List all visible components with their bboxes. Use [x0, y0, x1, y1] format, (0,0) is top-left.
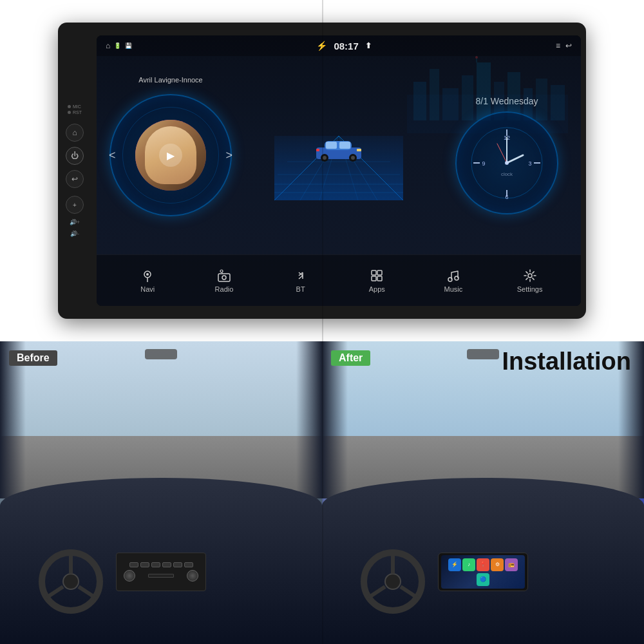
center-console-after: ⚡ ♪ 📍 ⚙ 📻 🔵 [438, 553, 528, 611]
svg-rect-56 [377, 270, 382, 275]
status-right: ≡ ↩ [556, 41, 572, 50]
bt-icon [294, 269, 308, 283]
radio-btn-4 [162, 562, 171, 567]
music-icon [446, 269, 460, 283]
svg-rect-57 [372, 276, 376, 281]
vol-up-button[interactable]: + [66, 196, 84, 214]
svg-text:6: 6 [505, 194, 508, 200]
mic-label: MIC [68, 104, 81, 109]
svg-rect-26 [326, 142, 337, 149]
svg-rect-33 [316, 149, 319, 151]
svg-point-46 [505, 161, 509, 165]
steering-wheel-after [361, 549, 425, 614]
nav-item-radio[interactable]: Radio [202, 269, 247, 293]
mini-app-6: 🔵 [477, 573, 489, 586]
bt-label: BT [296, 285, 305, 293]
vol-label: 🔊+ [70, 219, 80, 225]
svg-rect-55 [372, 270, 376, 275]
apps-icon [370, 269, 384, 283]
after-bg: ⚡ ♪ 📍 ⚙ 📻 🔵 [322, 341, 644, 644]
nav-item-settings[interactable]: Settings [507, 269, 553, 293]
dashboard-after: ⚡ ♪ 📍 ⚙ 📻 🔵 [322, 478, 644, 645]
rearview-mirror-after [467, 349, 499, 359]
dashboard-before [0, 478, 322, 645]
upload-icon: ⬆ [365, 41, 372, 50]
navi-label: Navi [140, 285, 155, 293]
mic-rst-group: MIC RST [68, 104, 82, 115]
svg-rect-4 [462, 75, 473, 120]
svg-rect-27 [339, 142, 350, 149]
steering-wheel-before [39, 549, 103, 614]
nav-item-navi[interactable]: Navi [125, 269, 170, 293]
after-interior: ⚡ ♪ 📍 ⚙ 📻 🔵 [322, 341, 644, 644]
play-button[interactable]: ▶ [159, 144, 182, 167]
radio-btn-1 [129, 562, 138, 567]
svg-rect-10 [551, 85, 565, 120]
menu-icon: ≡ [556, 41, 560, 50]
home-icon: ⌂ [106, 41, 110, 50]
back-side-button[interactable]: ↩ [66, 170, 84, 188]
main-screen: ⌂ 🔋 💾 ⚡ 08:17 ⬆ ≡ ↩ [97, 35, 581, 306]
a-pillar-right-before [296, 341, 322, 498]
screen-container: ⌂ 🔋 💾 ⚡ 08:17 ⬆ ≡ ↩ [97, 35, 581, 306]
svg-rect-5 [477, 62, 491, 120]
status-bar: ⌂ 🔋 💾 ⚡ 08:17 ⬆ ≡ ↩ [97, 35, 581, 56]
svg-text:9: 9 [482, 160, 485, 167]
mini-app-5: 📻 [505, 558, 518, 571]
mini-app-2: ♪ [462, 558, 475, 571]
song-title: Avril Lavigne-Innoce [138, 76, 202, 84]
svg-line-70 [368, 587, 385, 598]
music-ring: < ▶ > [109, 94, 232, 216]
bottom-section: Before [0, 341, 644, 644]
radio-btn-2 [140, 562, 149, 567]
status-center: ⚡ 08:17 ⬆ [316, 41, 371, 52]
center-console-before [116, 553, 206, 611]
main-content-area: Avril Lavigne-Innoce < ▶ > [97, 56, 581, 254]
after-label: After [331, 350, 370, 366]
settings-label: Settings [517, 285, 543, 293]
installation-title: Installation [502, 348, 631, 375]
nav-item-bt[interactable]: BT [278, 269, 323, 293]
radio-knob-right [187, 570, 198, 582]
radio-knob-left [124, 570, 135, 582]
svg-line-65 [46, 587, 63, 598]
new-stereo-screen: ⚡ ♪ 📍 ⚙ 📻 🔵 [438, 553, 528, 591]
sd-icon: 💾 [125, 43, 132, 49]
music-inner-ring: < ▶ > [122, 107, 219, 204]
radio-buttons-row [129, 562, 193, 567]
music-player: Avril Lavigne-Innoce < ▶ > [109, 94, 232, 216]
center-visual [232, 62, 446, 248]
radio-knob-row [124, 570, 198, 582]
apps-label: Apps [369, 285, 385, 293]
svg-point-52 [222, 276, 226, 279]
svg-rect-32 [357, 149, 361, 151]
music-label: Music [444, 285, 463, 293]
svg-line-66 [79, 587, 95, 598]
after-panel: ⚡ ♪ 📍 ⚙ 📻 🔵 After Installation [322, 341, 644, 644]
radio-label: Radio [215, 285, 234, 293]
before-panel: Before [0, 341, 322, 644]
svg-point-63 [63, 574, 79, 589]
mini-app-1: ⚡ [448, 558, 461, 571]
svg-point-12 [475, 56, 478, 59]
svg-point-31 [351, 156, 355, 160]
radio-btn-6 [184, 562, 193, 567]
installed-screen: ⚡ ♪ 📍 ⚙ 📻 🔵 [441, 555, 525, 589]
before-after-divider [322, 0, 323, 644]
power-side-button[interactable]: ⏻ [66, 147, 84, 165]
prev-button[interactable]: < [109, 149, 116, 162]
svg-line-71 [401, 587, 417, 598]
analog-clock: 12 3 6 9 [468, 124, 545, 202]
mini-app-3: 📍 [477, 558, 489, 571]
radio-btn-3 [151, 562, 160, 567]
navi-icon [140, 269, 155, 283]
notification-icon: 🔋 [114, 43, 121, 49]
home-side-button[interactable]: ⌂ [66, 124, 84, 142]
car-visual [313, 133, 365, 165]
svg-point-68 [385, 574, 401, 589]
nav-item-apps[interactable]: Apps [354, 269, 399, 293]
album-art: ▶ [135, 120, 206, 191]
nav-item-music[interactable]: Music [431, 269, 476, 293]
old-radio [116, 553, 206, 591]
svg-line-45 [497, 144, 507, 163]
